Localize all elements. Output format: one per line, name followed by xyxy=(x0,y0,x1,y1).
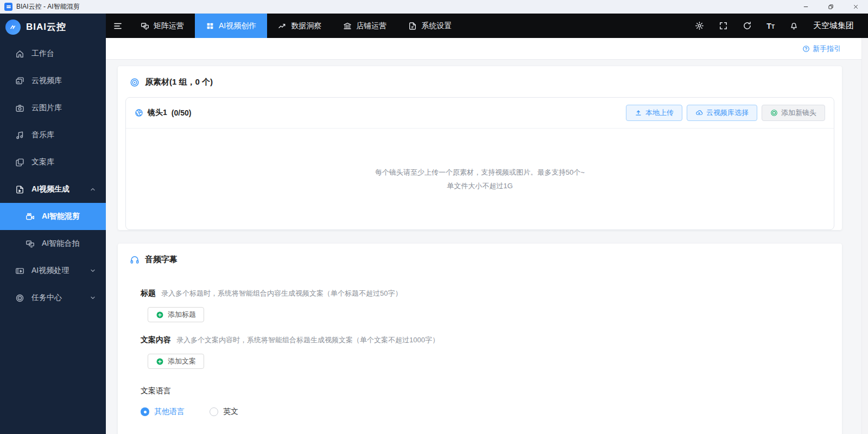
guide-link[interactable]: 新手指引 xyxy=(802,44,841,54)
bell-icon[interactable] xyxy=(789,21,799,30)
add-title-button[interactable]: 添加标题 xyxy=(148,307,204,322)
sidebar-item-label: AI智能混剪 xyxy=(42,212,80,221)
tab-shop-operation[interactable]: 店铺运营 xyxy=(332,14,397,38)
headphones-icon xyxy=(130,255,140,265)
gear-icon[interactable] xyxy=(695,21,704,30)
audio-subtitle-card: 音频字幕 标题 录入多个标题时，系统将智能组合内容生成视频文案（单个标题不超过5… xyxy=(118,244,842,434)
shot-title: 镜头1 xyxy=(148,108,167,118)
doc-settings-icon xyxy=(408,22,417,30)
shot-count: (0/50) xyxy=(172,108,192,117)
sidebar-item-ai-smart-duet[interactable]: AI智能合拍 xyxy=(0,230,106,257)
tab-label: 矩阵运营 xyxy=(154,21,184,31)
local-upload-button[interactable]: 本地上传 xyxy=(626,105,682,121)
sidebar-item-cloud-video-library[interactable]: 云视频库 xyxy=(0,67,106,94)
shot-empty-dropzone[interactable]: 每个镜头请至少上传一个原素材，支持视频或图片。最多支持50个~ 单文件大小不超过… xyxy=(126,129,834,229)
plus-circle-icon xyxy=(156,311,164,319)
logo: BIAI云控 xyxy=(0,14,106,40)
video-library-icon xyxy=(15,76,24,86)
button-label: 云视频库选择 xyxy=(706,108,749,118)
question-circle-icon xyxy=(802,45,810,53)
button-label: 本地上传 xyxy=(645,108,674,118)
tab-data-insight[interactable]: 数据洞察 xyxy=(267,14,332,38)
tab-label: 系统设置 xyxy=(421,21,452,31)
fullscreen-icon[interactable] xyxy=(719,21,728,30)
sidebar-item-ai-video-process[interactable]: AI视频处理 xyxy=(0,257,106,284)
sidebar: BIAI云控 工作台 云视频库 云图片库 音乐库 xyxy=(0,14,106,434)
sidebar-item-label: 文案库 xyxy=(31,157,54,167)
music-note-icon xyxy=(15,131,24,140)
menu-collapse-button[interactable] xyxy=(106,14,130,38)
radio-other-language[interactable]: 其他语言 xyxy=(141,407,185,417)
language-label: 文案语言 xyxy=(141,386,819,396)
insight-chart-icon xyxy=(278,22,287,30)
sidebar-item-music-library[interactable]: 音乐库 xyxy=(0,122,106,149)
video-camera-icon xyxy=(26,212,35,221)
restore-icon xyxy=(828,4,834,10)
page-body: 原素材(1 组，0 个) 镜头1 (0/50) xyxy=(106,60,868,434)
empty-hint-line2: 单文件大小不超过1G xyxy=(447,179,512,193)
close-button[interactable] xyxy=(843,0,868,13)
content-area: 新手指引 原素材(1 组，0 个) xyxy=(106,38,868,434)
sidebar-item-label: 音乐库 xyxy=(31,130,54,140)
sidebar-nav: 工作台 云视频库 云图片库 音乐库 文案库 xyxy=(0,40,106,311)
chevron-up-icon xyxy=(90,186,96,193)
grid-icon xyxy=(206,22,214,30)
button-label: 添加文案 xyxy=(168,356,196,366)
plus-circle-icon xyxy=(156,358,164,366)
add-new-shot-button[interactable]: 添加新镜头 xyxy=(762,105,825,121)
sidebar-item-task-center[interactable]: 任务中心 xyxy=(0,284,106,311)
sidebar-item-workbench[interactable]: 工作台 xyxy=(0,40,106,67)
button-label: 添加标题 xyxy=(168,310,196,320)
copy-section-hint: 录入多个文案内容时，系统将智能组合标题生成视频文案（单个文案不超过1000字） xyxy=(176,335,439,345)
sidebar-item-cloud-image-library[interactable]: 云图片库 xyxy=(0,94,106,122)
sidebar-item-label: AI智能合拍 xyxy=(42,239,79,248)
minimize-button[interactable] xyxy=(793,0,818,13)
scrollbar[interactable] xyxy=(861,38,868,434)
logo-text: BIAI云控 xyxy=(26,21,66,33)
hamburger-icon xyxy=(113,21,123,31)
upload-icon xyxy=(635,109,642,117)
video-process-icon xyxy=(15,266,24,276)
close-icon xyxy=(853,4,859,10)
bank-icon xyxy=(343,22,352,30)
cloud-upload-icon xyxy=(695,109,703,117)
tab-matrix-operation[interactable]: 矩阵运营 xyxy=(130,14,195,38)
language-section: 文案语言 其他语言 英文 xyxy=(118,386,842,417)
sidebar-item-label: 工作台 xyxy=(31,49,54,59)
home-icon xyxy=(15,49,24,59)
sidebar-item-label: 任务中心 xyxy=(31,293,62,303)
org-name[interactable]: 天空城集团 xyxy=(813,21,854,31)
radio-dot xyxy=(141,407,149,416)
file-video-icon xyxy=(15,185,24,194)
app-window: BIAI云控 - AI智能混剪 BIAI云控 xyxy=(0,0,868,434)
title-section: 标题 录入多个标题时，系统将智能组合内容生成视频文案（单个标题不超过50字） 添… xyxy=(118,289,842,335)
radio-dot xyxy=(210,407,218,416)
add-copy-button[interactable]: 添加文案 xyxy=(148,354,204,369)
sidebar-item-label: AI视频生成 xyxy=(31,184,69,194)
sidebar-item-ai-smart-clip[interactable]: AI智能混剪 xyxy=(0,203,106,230)
chevron-down-icon xyxy=(90,267,96,274)
maximize-button[interactable] xyxy=(818,0,843,13)
title-section-label: 标题 xyxy=(141,289,156,298)
tab-system-settings[interactable]: 系统设置 xyxy=(397,14,462,38)
font-size-icon[interactable]: TT xyxy=(766,22,775,30)
title-section-hint: 录入多个标题时，系统将智能组合内容生成视频文案（单个标题不超过50字） xyxy=(161,289,402,298)
empty-hint-line1: 每个镜头请至少上传一个原素材，支持视频或图片。最多支持50个~ xyxy=(375,165,585,179)
sidebar-item-ai-video-generate[interactable]: AI视频生成 xyxy=(0,176,106,203)
copy-doc-icon xyxy=(15,158,24,167)
topnav: 矩阵运营 AI视频创作 数据洞察 店铺运营 xyxy=(106,14,868,38)
materials-card: 原素材(1 组，0 个) 镜头1 (0/50) xyxy=(118,66,842,230)
sidebar-item-label: 云视频库 xyxy=(31,76,62,86)
cloud-library-select-button[interactable]: 云视频库选择 xyxy=(687,105,757,121)
radio-label: 其他语言 xyxy=(154,407,185,417)
sidebar-item-label: 云图片库 xyxy=(31,103,62,113)
dual-monitor-icon xyxy=(141,22,149,30)
refresh-icon[interactable] xyxy=(743,21,752,30)
minimize-icon xyxy=(803,4,809,10)
sidebar-item-copy-library[interactable]: 文案库 xyxy=(0,149,106,176)
tab-ai-video-creation[interactable]: AI视频创作 xyxy=(195,14,267,38)
materials-card-title: 原素材(1 组，0 个) xyxy=(145,77,213,87)
radio-english[interactable]: 英文 xyxy=(210,407,238,417)
materials-target-icon xyxy=(130,78,140,87)
tab-label: 店铺运营 xyxy=(356,21,387,31)
